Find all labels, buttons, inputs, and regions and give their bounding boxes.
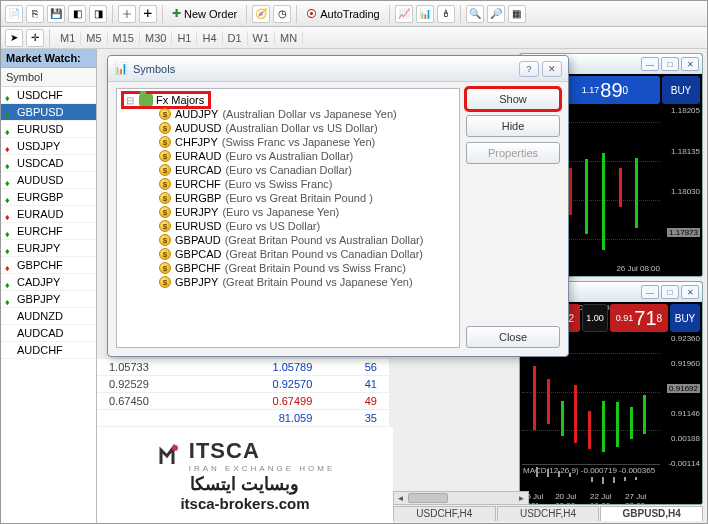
properties-button: Properties	[466, 142, 560, 164]
maximize-icon[interactable]: □	[661, 285, 679, 299]
tool-btn[interactable]: 💾	[47, 5, 65, 23]
symbol-item-GBPCHF[interactable]: $GBPCHF (Great Britain Pound vs Swiss Fr…	[123, 261, 455, 275]
symbol-item-CHFJPY[interactable]: $CHFJPY (Swiss Franc vs Japanese Yen)	[123, 135, 455, 149]
timeframe-H1[interactable]: H1	[172, 31, 197, 45]
symbol-code: GBPJPY	[175, 276, 218, 288]
timeframe-MN[interactable]: MN	[275, 31, 303, 45]
tool-btn[interactable]: 📊	[416, 5, 434, 23]
time-label: 26 Jul 08:00	[616, 264, 660, 275]
mw-row-AUDCHF[interactable]: AUDCHF	[1, 342, 96, 359]
symbol-item-AUDUSD[interactable]: $AUDUSD (Australian Dollar vs US Dollar)	[123, 121, 455, 135]
symbol-item-EURUSD[interactable]: $EURUSD (Euro vs US Dollar)	[123, 219, 455, 233]
tool-btn[interactable]: 📈	[395, 5, 413, 23]
symbol-item-EURGBP[interactable]: $EURGBP (Euro vs Great Britain Pound )	[123, 191, 455, 205]
timeframe-M30[interactable]: M30	[140, 31, 172, 45]
symbol-item-EURAUD[interactable]: $EURAUD (Euro vs Australian Dollar)	[123, 149, 455, 163]
mw-row-EURJPY[interactable]: ⬧EURJPY	[1, 240, 96, 257]
mw-row-USDCAD[interactable]: ⬧USDCAD	[1, 155, 96, 172]
close-icon[interactable]: ✕	[681, 285, 699, 299]
tool-btn[interactable]: 🞡	[118, 5, 136, 23]
buy-button[interactable]: BUY	[670, 304, 700, 332]
mw-row-AUDNZD[interactable]: AUDNZD	[1, 308, 96, 325]
close-button[interactable]: Close	[466, 326, 560, 348]
symbol-item-GBPCAD[interactable]: $GBPCAD (Great Britan Pound vs Canadian …	[123, 247, 455, 261]
tool-btn[interactable]: ◧	[68, 5, 86, 23]
close-icon[interactable]: ✕	[681, 57, 699, 71]
help-icon[interactable]: ?	[519, 61, 539, 77]
tool-btn[interactable]: 🞢	[139, 5, 157, 23]
mw-row-EURGBP[interactable]: ⬧EURGBP	[1, 189, 96, 206]
dialog-titlebar[interactable]: 📊 Symbols ? ✕	[108, 56, 568, 82]
market-watch-title: Market Watch:	[1, 49, 96, 68]
mw-row-EURUSD[interactable]: ⬧EURUSD	[1, 121, 96, 138]
symbol-item-EURCHF[interactable]: $EURCHF (Euro vs Swiss Franc)	[123, 177, 455, 191]
mw-row-AUDUSD[interactable]: ⬧AUDUSD	[1, 172, 96, 189]
price-row[interactable]: 0.674500.6749949	[97, 393, 389, 410]
macd-label: MACD(12,26,9) -0.000719 -0.000365	[523, 466, 655, 475]
horizontal-scrollbar[interactable]: ◄ ►	[393, 491, 529, 505]
tool-btn[interactable]: ◷	[273, 5, 291, 23]
mw-row-GBPJPY[interactable]: ⬧GBPJPY	[1, 291, 96, 308]
chart-tab[interactable]: USDCHF,H4	[393, 506, 496, 521]
mw-row-AUDCAD[interactable]: AUDCAD	[1, 325, 96, 342]
symbol-desc: (Australian Dollar vs US Dollar)	[225, 122, 377, 134]
symbol-item-GBPAUD[interactable]: $GBPAUD (Great Britan Pound vs Australia…	[123, 233, 455, 247]
scroll-left-icon[interactable]: ◄	[394, 492, 407, 504]
time-label: 27 Jul 08:00	[625, 492, 660, 503]
tool-btn[interactable]: 📄	[5, 5, 23, 23]
cell-ask: 81.059	[211, 410, 325, 427]
symbol-item-EURJPY[interactable]: $EURJPY (Euro vs Japanese Yen)	[123, 205, 455, 219]
folder-fx-majors[interactable]: ⊟ Fx Majors	[123, 93, 209, 107]
chart-tab[interactable]: USDCHF,H4	[497, 506, 600, 521]
show-button[interactable]: Show	[466, 88, 560, 110]
new-order-button[interactable]: ✚ New Order	[168, 7, 241, 20]
scroll-thumb[interactable]	[408, 493, 448, 503]
scroll-right-icon[interactable]: ►	[515, 492, 528, 504]
zoom-out-icon[interactable]: 🔎	[487, 5, 505, 23]
mw-row-EURAUD[interactable]: ⬧EURAUD	[1, 206, 96, 223]
timeframe-M15[interactable]: M15	[108, 31, 140, 45]
crosshair-icon[interactable]: ✛	[26, 29, 44, 47]
symbol-item-AUDJPY[interactable]: $AUDJPY (Australian Dollar vs Japanese Y…	[123, 107, 455, 121]
symbol-label: AUDUSD	[17, 174, 63, 186]
timeframe-D1[interactable]: D1	[223, 31, 248, 45]
cursor-icon[interactable]: ➤	[5, 29, 23, 47]
close-icon[interactable]: ✕	[542, 61, 562, 77]
zoom-in-icon[interactable]: 🔍	[466, 5, 484, 23]
mw-row-USDCHF[interactable]: ⬧USDCHF	[1, 87, 96, 104]
timeframe-H4[interactable]: H4	[197, 31, 222, 45]
mw-row-GBPCHF[interactable]: ⬧GBPCHF	[1, 257, 96, 274]
hide-button[interactable]: Hide	[466, 115, 560, 137]
mw-row-EURCHF[interactable]: ⬧EURCHF	[1, 223, 96, 240]
direction-icon	[4, 346, 13, 355]
tool-btn[interactable]: ⎘	[26, 5, 44, 23]
minimize-icon[interactable]: —	[641, 57, 659, 71]
price-row[interactable]: 0.925290.9257041	[97, 376, 389, 393]
mw-row-GBPUSD[interactable]: ⬧GBPUSD	[1, 104, 96, 121]
collapse-icon[interactable]: ⊟	[126, 95, 134, 106]
tool-btn[interactable]: ◨	[89, 5, 107, 23]
tool-btn[interactable]: 🧭	[252, 5, 270, 23]
timeframe-M1[interactable]: M1	[55, 31, 81, 45]
symbol-tree[interactable]: ⊟ Fx Majors $AUDJPY (Australian Dollar v…	[116, 88, 460, 348]
direction-icon: ⬧	[4, 278, 13, 287]
minimize-icon[interactable]: —	[641, 285, 659, 299]
direction-icon: ⬧	[4, 91, 13, 100]
symbol-item-EURCAD[interactable]: $EURCAD (Euro vs Canadian Dollar)	[123, 163, 455, 177]
chart-tab[interactable]: GBPUSD,H4	[600, 506, 703, 521]
price-row[interactable]: 81.05935	[97, 410, 389, 427]
symbol-item-GBPJPY[interactable]: $GBPJPY (Great Britain Pound vs Japanese…	[123, 275, 455, 289]
mw-row-USDJPY[interactable]: ⬧USDJPY	[1, 138, 96, 155]
tool-btn[interactable]: 🕯	[437, 5, 455, 23]
autotrading-button[interactable]: ⦿ AutoTrading	[302, 8, 384, 20]
timeframe-M5[interactable]: M5	[81, 31, 107, 45]
mw-row-CADJPY[interactable]: ⬧CADJPY	[1, 274, 96, 291]
maximize-icon[interactable]: □	[661, 57, 679, 71]
timeframe-W1[interactable]: W1	[248, 31, 276, 45]
buy-tile[interactable]: 0.91718	[610, 304, 668, 332]
buy-button[interactable]: BUY	[662, 76, 700, 104]
scale-label: 1.17873	[667, 228, 700, 237]
tool-btn[interactable]: ▦	[508, 5, 526, 23]
price-row[interactable]: 1.057331.0578956	[97, 359, 389, 376]
folder-label: Fx Majors	[156, 94, 204, 106]
